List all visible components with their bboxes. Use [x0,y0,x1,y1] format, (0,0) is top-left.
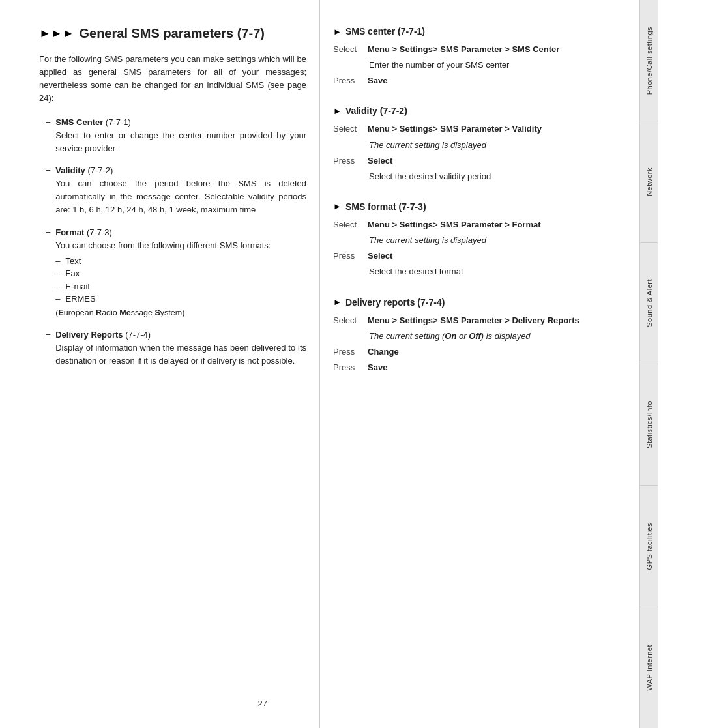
left-column: ►►► General SMS parameters (7-7) For the… [0,0,319,728]
indent-text: The current setting (On or Off) is displ… [369,330,620,343]
triangle-icon: ► [333,297,342,307]
section-row: Press Change [333,345,620,358]
section-delivery-reports: ► Delivery reports (7-7-4) Select Menu >… [333,297,620,375]
section-title: Delivery reports (7-7-4) [345,297,445,308]
list-item: – Delivery Reports (7-7-4) Display of in… [46,328,306,368]
row-value: Menu > Settings> SMS Parameter > Validit… [368,123,620,136]
row-value: Select [368,250,620,263]
row-value: Menu > Settings> SMS Parameter > Format [368,218,620,231]
item-desc: Display of information when the message … [55,343,306,366]
item-title: Format [55,227,84,237]
page-number: 27 [258,699,267,708]
row-label: Select [333,314,362,327]
row-value: Save [368,361,620,374]
bullet-content: Validity (7-7-2) You can choose the peri… [55,164,306,217]
tab-label: Phone/Call settings [645,27,653,95]
bullet-content: SMS Center (7-7-1) Select to enter or ch… [55,116,306,155]
item-ref: (7-7-4) [125,330,151,340]
item-ref: (7-7-3) [87,227,112,237]
item-ref: (7-7-2) [87,166,113,175]
right-column: ► SMS center (7-7-1) Select Menu > Setti… [320,0,639,728]
row-label: Press [333,361,362,374]
page-title: ►►► General SMS parameters (7-7) [39,26,306,41]
item-ref: (7-7-1) [106,117,131,127]
item-desc: Select to enter or change the center num… [55,130,306,153]
tab-gps-facilities[interactable]: GPS facilities [640,486,658,607]
row-value: Select [368,154,620,167]
tab-label: Statistics/Info [645,401,653,448]
section-heading: ► Delivery reports (7-7-4) [333,297,620,308]
list-item: – Validity (7-7-2) You can choose the pe… [46,164,306,217]
section-sms-center: ► SMS center (7-7-1) Select Menu > Setti… [333,26,620,87]
bullet-content: Delivery Reports (7-7-4) Display of info… [55,328,306,368]
section-row: Press Select [333,250,620,263]
section-validity: ► Validity (7-7-2) Select Menu > Setting… [333,106,620,183]
item-title: SMS Center [55,117,103,127]
row-value: Menu > Settings> SMS Parameter > SMS Cen… [368,43,620,56]
row-value: Menu > Settings> SMS Parameter > Deliver… [368,314,620,327]
sub-list-item: –Fax [55,267,271,280]
sub-list-item: –ERMES [55,293,271,306]
tab-wap-internet[interactable]: WAP Internet [640,607,658,728]
section-row: Select Menu > Settings> SMS Parameter > … [333,218,620,231]
row-label: Press [333,154,362,167]
row-label: Select [333,218,362,231]
section-title: Validity (7-7-2) [345,106,407,116]
format-sub-list: –Text –Fax –E-mail –ERMES [55,255,271,306]
intro-paragraph: For the following SMS parameters you can… [39,53,306,106]
section-row: Select Menu > Settings> SMS Parameter > … [333,314,620,327]
indent-text: Select the desired format [369,265,620,278]
section-arrow-icon: ►►► [39,27,74,40]
section-title: SMS center (7-7-1) [345,26,425,36]
item-desc: You can choose the period before the SMS… [55,179,306,214]
section-row: Press Save [333,74,620,87]
row-value: Change [368,345,620,358]
row-label: Select [333,123,362,136]
sub-dash: – [55,255,60,268]
tab-label: GPS facilities [645,523,653,570]
dash-icon: – [46,227,50,320]
triangle-icon: ► [333,106,342,116]
triangle-icon: ► [333,27,342,36]
row-label: Press [333,74,362,87]
indent-text: Enter the number of your SMS center [369,59,620,72]
sub-dash: – [55,280,60,293]
title-text: General SMS parameters (7-7) [79,26,265,41]
section-heading: ► SMS format (7-7-3) [333,201,620,212]
row-label: Press [333,250,362,263]
sub-dash: – [55,267,60,280]
sub-dash: – [55,293,60,306]
tab-sound-alert[interactable]: Sound & Alert [640,243,658,364]
indent-text: Select the desired validity period [369,170,620,183]
section-row: Select Menu > Settings> SMS Parameter > … [333,43,620,56]
indent-text: The current setting is displayed [369,139,620,152]
section-row: Press Save [333,361,620,374]
item-title: Delivery Reports [55,330,123,340]
ermes-note: (European Radio Message System) [55,307,271,319]
tab-label: Sound & Alert [645,279,653,327]
tab-phone-call-settings[interactable]: Phone/Call settings [640,0,658,121]
bullet-content: Format (7-7-3) You can choose from the f… [55,226,271,320]
section-row: Press Select [333,154,620,167]
indent-text: The current setting is displayed [369,234,620,247]
list-item: – SMS Center (7-7-1) Select to enter or … [46,116,306,155]
sub-list-item: –E-mail [55,280,271,293]
dash-icon: – [46,329,50,368]
bullet-list: – SMS Center (7-7-1) Select to enter or … [46,116,306,368]
dash-icon: – [46,117,50,155]
triangle-icon: ► [333,201,342,211]
section-sms-format: ► SMS format (7-7-3) Select Menu > Setti… [333,201,620,279]
row-label: Press [333,345,362,358]
tab-network[interactable]: Network [640,121,658,242]
tab-label: WAP Internet [645,645,653,691]
row-label: Select [333,43,362,56]
tab-statistics-info[interactable]: Statistics/Info [640,364,658,486]
row-value: Save [368,74,620,87]
section-heading: ► Validity (7-7-2) [333,106,620,116]
sub-list-item: –Text [55,255,271,268]
section-title: SMS format (7-7-3) [345,201,426,212]
section-heading: ► SMS center (7-7-1) [333,26,620,36]
item-title: Validity [55,166,85,175]
item-desc: You can choose from the following differ… [55,240,271,250]
sidebar-tabs: Phone/Call settings Network Sound & Aler… [639,0,658,728]
